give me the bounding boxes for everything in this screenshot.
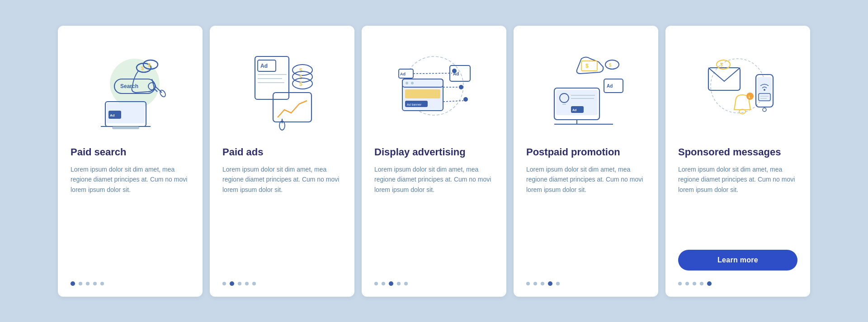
card-display-advertising: Ad banner Ad Ad Display advertising Lore…	[362, 26, 506, 297]
dot-5	[100, 282, 104, 285]
dot-5	[556, 282, 560, 285]
dot-4	[700, 282, 703, 285]
dot-2	[382, 282, 385, 285]
cards-container: $ $ Search Ad	[0, 8, 868, 315]
svg-point-36	[411, 82, 414, 84]
svg-point-44	[459, 85, 463, 89]
dot-2	[533, 282, 537, 285]
dot-3	[86, 282, 90, 285]
svg-rect-29	[273, 93, 311, 122]
dots-display-advertising	[374, 277, 408, 286]
dot-4	[93, 282, 97, 285]
svg-rect-37	[405, 89, 440, 98]
dot-4	[397, 282, 401, 285]
svg-text:$: $	[148, 62, 151, 68]
svg-point-75	[763, 108, 766, 112]
dot-3	[389, 281, 393, 286]
svg-rect-50	[581, 61, 597, 71]
dot-2	[230, 281, 234, 286]
illustration-display-advertising: Ad banner Ad Ad	[374, 38, 494, 138]
card-title-paid-ads: Paid ads	[222, 146, 263, 159]
svg-point-35	[406, 82, 408, 84]
dot-1	[71, 281, 75, 286]
dot-2	[685, 282, 689, 285]
dot-4	[245, 282, 249, 285]
svg-line-43	[413, 73, 452, 74]
dot-5	[707, 281, 712, 286]
illustration-sponsored-messages: $ 1	[678, 38, 797, 138]
card-body-display-advertising: Lorem ipsum dolor sit dim amet, mea regi…	[374, 164, 494, 269]
dot-3	[693, 282, 696, 285]
svg-text:Ad: Ad	[572, 108, 576, 112]
dots-postpaid-promotion	[526, 277, 560, 286]
dot-2	[79, 282, 82, 285]
svg-rect-16	[112, 126, 139, 129]
card-body-paid-search: Lorem ipsum dolor sit dim amet, mea regi…	[71, 164, 190, 269]
dot-5	[252, 282, 256, 285]
svg-point-48	[463, 97, 468, 102]
svg-text:Ad: Ad	[607, 84, 613, 89]
illustration-paid-ads: Ad $ $ $	[222, 38, 342, 138]
card-postpaid-promotion: $ Ad Ad $ Postpa	[514, 26, 658, 297]
svg-rect-67	[708, 68, 740, 90]
dot-1	[222, 282, 226, 285]
svg-text:Search: Search	[120, 83, 138, 89]
svg-text:Ad: Ad	[110, 113, 115, 117]
svg-point-25	[292, 71, 312, 82]
dot-1	[526, 282, 530, 285]
card-title-display-advertising: Display advertising	[374, 146, 466, 159]
dot-3	[238, 282, 241, 285]
svg-point-23	[292, 65, 312, 75]
dot-1	[374, 282, 378, 285]
dot-5	[404, 282, 408, 285]
dots-paid-ads	[222, 277, 256, 286]
svg-text:$: $	[299, 67, 302, 74]
svg-text:$: $	[299, 74, 302, 80]
card-title-sponsored-messages: Sponsored messages	[678, 146, 781, 159]
card-sponsored-messages: $ 1 Sponsored messages	[665, 26, 810, 297]
dots-paid-search	[71, 277, 104, 286]
svg-text:Ad: Ad	[260, 63, 268, 69]
card-paid-ads: Ad $ $ $ Paid ads Lorem ipsum dolor sit	[210, 26, 354, 297]
svg-text:Ad banner: Ad banner	[407, 103, 422, 106]
svg-text:1: 1	[748, 95, 750, 99]
svg-point-66	[711, 59, 765, 113]
svg-text:$: $	[609, 63, 612, 68]
svg-point-76	[764, 89, 765, 91]
card-title-paid-search: Paid search	[71, 146, 127, 159]
svg-text:Ad: Ad	[400, 72, 406, 76]
illustration-paid-search: $ $ Search Ad	[71, 38, 190, 138]
svg-point-27	[292, 78, 312, 89]
svg-line-49	[443, 101, 463, 102]
svg-text:$: $	[299, 81, 302, 87]
dot-4	[548, 281, 552, 286]
dots-sponsored-messages	[678, 277, 712, 286]
svg-text:$: $	[720, 62, 723, 67]
dot-3	[541, 282, 544, 285]
dot-1	[678, 282, 682, 285]
card-body-postpaid-promotion: Lorem ipsum dolor sit dim amet, mea regi…	[526, 164, 646, 269]
svg-point-64	[605, 60, 619, 69]
card-title-postpaid-promotion: Postpaid promotion	[526, 146, 620, 159]
svg-text:Ad: Ad	[453, 71, 459, 76]
card-paid-search: $ $ Search Ad	[58, 26, 203, 297]
illustration-postpaid-promotion: $ Ad Ad $	[526, 38, 646, 138]
learn-more-button[interactable]: Learn more	[678, 250, 797, 271]
card-body-paid-ads: Lorem ipsum dolor sit dim amet, mea regi…	[222, 164, 342, 269]
svg-text:$: $	[585, 63, 589, 69]
card-body-sponsored-messages: Lorem ipsum dolor sit dim amet, mea regi…	[678, 164, 797, 236]
